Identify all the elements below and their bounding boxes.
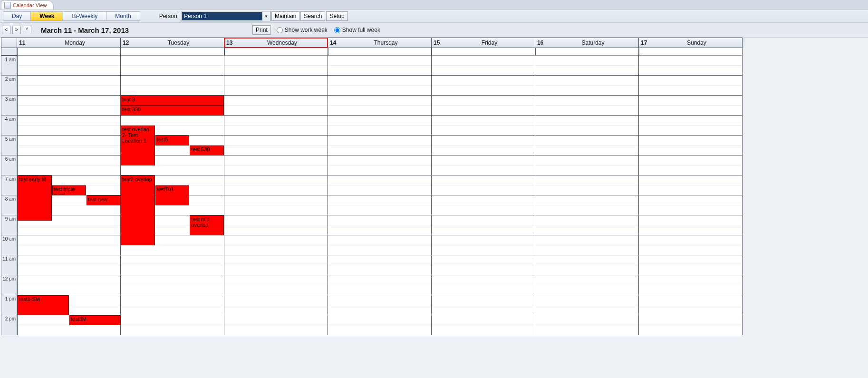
hour-label: 6 am	[1, 155, 17, 175]
event[interactable]: test5	[155, 136, 190, 145]
allday-cell[interactable]	[17, 48, 121, 56]
day-header[interactable]: 13Wednesday	[224, 38, 328, 48]
form-icon	[4, 2, 11, 9]
chevron-down-icon[interactable]: ▼	[262, 11, 270, 21]
day-name: Wednesday	[237, 39, 328, 46]
allday-cell[interactable]	[432, 48, 535, 56]
doc-tab-calendar-view[interactable]: Calendar View	[1, 0, 54, 10]
allday-cell[interactable]	[639, 48, 743, 56]
day-header[interactable]: 15Friday	[432, 38, 535, 48]
hour-label: 12 pm	[1, 275, 17, 295]
event[interactable]: test overlap 2- Test Location 1	[121, 126, 155, 165]
day-column[interactable]: test early Mtest triple overltest newtes…	[17, 56, 121, 335]
event[interactable]: test 3	[121, 96, 224, 106]
hour-label: 3 am	[1, 96, 17, 116]
show-full-week-radio[interactable]	[334, 27, 340, 33]
event[interactable]: test3M	[69, 315, 121, 325]
search-button[interactable]: Search	[300, 11, 325, 21]
event[interactable]: test triple overl	[52, 185, 87, 195]
day-number: 13	[224, 39, 237, 46]
view-week-button[interactable]: Week	[31, 11, 63, 21]
hour-label: 7 am	[1, 175, 17, 195]
hour-gutter: 1 am2 am3 am4 am5 am6 am7 am8 am9 am10 a…	[1, 56, 17, 335]
event[interactable]: test2 overlap	[121, 175, 155, 245]
show-work-week-radio[interactable]	[277, 27, 283, 33]
toolbar: Day Week Bi-Weekly Month Person: Person …	[0, 10, 868, 23]
event[interactable]: test1-SM	[18, 295, 69, 315]
next-week-button[interactable]: >	[12, 26, 21, 34]
day-number: 16	[535, 39, 548, 46]
hour-label: 9 am	[1, 215, 17, 235]
calendar: 11Monday12Tuesday13Wednesday14Thursday15…	[1, 38, 745, 335]
hour-label: 2 am	[1, 76, 17, 96]
week-mode-group: Show work week Show full week	[277, 27, 380, 33]
day-column[interactable]	[432, 56, 535, 335]
hour-label: 10 am	[1, 235, 17, 255]
maintain-button[interactable]: Maintain	[271, 11, 299, 21]
event[interactable]: test mid overlap	[190, 215, 224, 235]
hour-label: 1 pm	[1, 295, 17, 315]
prev-week-button[interactable]: <	[2, 26, 10, 34]
show-full-week-option[interactable]: Show full week	[334, 27, 380, 33]
day-number: 14	[328, 39, 340, 46]
day-number: 15	[432, 39, 444, 46]
hour-label: 11 am	[1, 255, 17, 275]
day-header[interactable]: 16Saturday	[535, 38, 639, 48]
day-column[interactable]	[535, 56, 639, 335]
allday-cell[interactable]	[535, 48, 639, 56]
day-name: Saturday	[548, 39, 638, 46]
setup-button[interactable]: Setup	[326, 11, 347, 21]
allday-gutter	[1, 48, 17, 56]
day-header[interactable]: 14Thursday	[328, 38, 432, 48]
hour-label: 5 am	[1, 136, 17, 155]
person-label: Person:	[159, 13, 182, 19]
person-combo[interactable]: Person 1 ▼	[182, 11, 270, 21]
show-work-week-label: Show work week	[285, 27, 328, 33]
view-month-button[interactable]: Month	[106, 11, 140, 21]
calendar-body: 1 am2 am3 am4 am5 am6 am7 am8 am9 am10 a…	[1, 56, 745, 335]
day-header[interactable]: 11Monday	[17, 38, 121, 48]
day-number: 12	[121, 39, 133, 46]
hour-label: 1 am	[1, 56, 17, 76]
event[interactable]: test new	[87, 195, 121, 205]
hour-label: 4 am	[1, 116, 17, 136]
show-full-week-label: Show full week	[342, 27, 380, 33]
day-name: Sunday	[651, 39, 742, 46]
tab-strip: Calendar View	[0, 0, 868, 10]
day-column[interactable]	[639, 56, 743, 335]
event[interactable]: testTu1	[155, 185, 190, 205]
subbar: < > ^ March 11 - March 17, 2013 Print Sh…	[0, 23, 868, 38]
day-column[interactable]	[224, 56, 328, 335]
allday-cell[interactable]	[121, 48, 224, 56]
day-header[interactable]: 17Sunday	[639, 38, 743, 48]
hour-label: 2 pm	[1, 315, 17, 335]
allday-row	[1, 48, 745, 56]
today-button[interactable]: ^	[23, 26, 31, 34]
doc-tab-label: Calendar View	[13, 2, 47, 8]
calendar-header: 11Monday12Tuesday13Wednesday14Thursday15…	[1, 38, 745, 48]
print-button[interactable]: Print	[252, 25, 271, 35]
day-column[interactable]	[328, 56, 432, 335]
day-name: Thursday	[340, 39, 431, 46]
view-day-button[interactable]: Day	[3, 11, 31, 21]
hour-label: 8 am	[1, 195, 17, 215]
event[interactable]: test early M	[18, 175, 52, 221]
view-biweekly-button[interactable]: Bi-Weekly	[63, 11, 106, 21]
allday-cell[interactable]	[224, 48, 328, 56]
day-number: 11	[17, 39, 29, 46]
show-work-week-option[interactable]: Show work week	[277, 27, 328, 33]
day-name: Friday	[444, 39, 535, 46]
allday-cell[interactable]	[328, 48, 432, 56]
day-name: Tuesday	[133, 39, 224, 46]
day-number: 17	[639, 39, 651, 46]
day-header[interactable]: 12Tuesday	[121, 38, 224, 48]
person-value[interactable]: Person 1	[182, 12, 262, 20]
date-range-title: March 11 - March 17, 2013	[33, 26, 129, 34]
day-column[interactable]: test 3test 330test overlap 2- Test Locat…	[121, 56, 224, 335]
event[interactable]: test 530	[190, 145, 224, 155]
header-gutter	[1, 38, 17, 48]
day-name: Monday	[29, 39, 120, 46]
event[interactable]: test 330	[121, 106, 224, 116]
